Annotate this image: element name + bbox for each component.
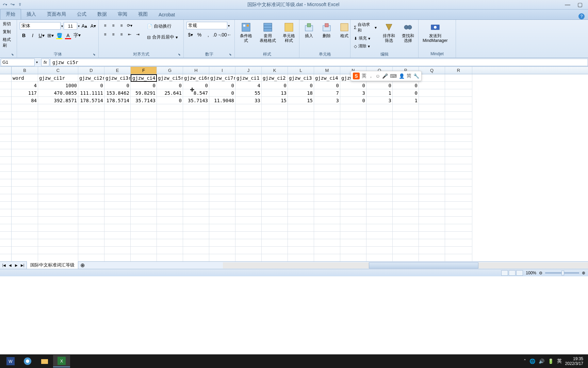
cell[interactable] bbox=[340, 157, 366, 164]
cell[interactable] bbox=[38, 149, 78, 157]
cell[interactable] bbox=[183, 127, 209, 134]
underline-button[interactable]: U▾ bbox=[37, 31, 46, 40]
align-center-button[interactable]: ≡ bbox=[110, 31, 117, 38]
cell[interactable]: 25.641 bbox=[157, 89, 183, 97]
cell[interactable] bbox=[235, 157, 262, 164]
cell[interactable] bbox=[419, 247, 445, 254]
cell[interactable] bbox=[157, 172, 183, 179]
cell[interactable] bbox=[366, 112, 393, 119]
help-icon[interactable]: ? bbox=[578, 13, 585, 19]
col-header-D[interactable]: D bbox=[78, 67, 104, 74]
cell[interactable] bbox=[366, 232, 393, 239]
cell[interactable] bbox=[157, 104, 183, 112]
cell[interactable] bbox=[314, 127, 340, 134]
cell[interactable] bbox=[78, 224, 104, 232]
select-all-corner[interactable] bbox=[0, 67, 12, 74]
col-header-R[interactable]: R bbox=[445, 67, 472, 74]
cell[interactable]: 0 bbox=[393, 89, 419, 97]
cell[interactable] bbox=[393, 194, 419, 202]
cell[interactable] bbox=[235, 254, 262, 261]
cell[interactable] bbox=[288, 247, 314, 254]
cell[interactable] bbox=[131, 172, 157, 179]
cell[interactable] bbox=[78, 209, 104, 217]
cell[interactable] bbox=[78, 134, 104, 142]
cell[interactable] bbox=[419, 224, 445, 232]
cell[interactable]: 1000 bbox=[38, 82, 78, 89]
cell[interactable]: 35.7143 bbox=[131, 97, 157, 104]
cell[interactable] bbox=[38, 217, 78, 224]
cell[interactable] bbox=[235, 247, 262, 254]
cell[interactable]: 153.8462 bbox=[104, 89, 131, 97]
cell[interactable] bbox=[314, 164, 340, 172]
cell[interactable] bbox=[104, 247, 131, 254]
align-middle-button[interactable]: ≡ bbox=[110, 22, 117, 29]
cell[interactable]: gjzw_ci1 bbox=[235, 74, 262, 82]
cell[interactable]: gjzw_ci3 bbox=[288, 74, 314, 82]
zoom-out-button[interactable]: ⊖ bbox=[539, 271, 542, 275]
cell[interactable] bbox=[419, 97, 445, 104]
cell[interactable] bbox=[445, 254, 472, 261]
cell[interactable] bbox=[104, 224, 131, 232]
cell[interactable] bbox=[340, 142, 366, 149]
cell[interactable] bbox=[262, 119, 288, 127]
cell[interactable] bbox=[235, 104, 262, 112]
cell[interactable]: gjzw_ci7r bbox=[209, 74, 235, 82]
cell[interactable] bbox=[131, 119, 157, 127]
decrease-decimal-button[interactable]: .00← bbox=[222, 31, 230, 39]
cell[interactable] bbox=[288, 194, 314, 202]
cell[interactable] bbox=[209, 179, 235, 187]
ime-punct[interactable]: ， bbox=[369, 73, 373, 79]
tray-clock[interactable]: 19:35 2022/3/17 bbox=[565, 356, 583, 366]
cell[interactable]: gjzw_ci5r bbox=[157, 74, 183, 82]
cell[interactable] bbox=[131, 187, 157, 194]
send-to-mindmanager-button[interactable]: 发送到 MindManager bbox=[420, 20, 450, 45]
cell[interactable] bbox=[235, 209, 262, 217]
ime-simp[interactable]: 简 bbox=[407, 73, 411, 79]
cell[interactable] bbox=[183, 224, 209, 232]
col-header-E[interactable]: E bbox=[104, 67, 131, 74]
cell[interactable] bbox=[38, 142, 78, 149]
cell[interactable] bbox=[104, 149, 131, 157]
cell[interactable] bbox=[314, 142, 340, 149]
cell[interactable] bbox=[262, 224, 288, 232]
comma-button[interactable]: , bbox=[204, 31, 212, 39]
cell[interactable] bbox=[235, 232, 262, 239]
tab-review[interactable]: 审阅 bbox=[112, 9, 133, 19]
ime-keyboard-icon[interactable]: ⌨ bbox=[390, 73, 397, 79]
cell[interactable] bbox=[131, 127, 157, 134]
col-header-J[interactable]: J bbox=[235, 67, 262, 74]
cell[interactable]: 3 bbox=[340, 89, 366, 97]
percent-button[interactable]: % bbox=[195, 31, 203, 39]
cell[interactable] bbox=[183, 157, 209, 164]
cell[interactable] bbox=[445, 217, 472, 224]
font-launcher[interactable]: ⬊ bbox=[92, 53, 96, 57]
clipboard-launcher[interactable]: ⬊ bbox=[11, 53, 15, 57]
cell[interactable] bbox=[288, 119, 314, 127]
cell[interactable] bbox=[209, 119, 235, 127]
ime-user-icon[interactable]: 👤 bbox=[399, 73, 405, 79]
cell[interactable] bbox=[288, 254, 314, 261]
cell[interactable] bbox=[366, 127, 393, 134]
cell[interactable] bbox=[209, 104, 235, 112]
cell[interactable] bbox=[366, 157, 393, 164]
cell[interactable] bbox=[157, 164, 183, 172]
cell[interactable] bbox=[419, 157, 445, 164]
cell[interactable] bbox=[12, 134, 38, 142]
cell[interactable] bbox=[445, 172, 472, 179]
zoom-slider[interactable] bbox=[545, 272, 579, 274]
cell[interactable]: 4 bbox=[235, 82, 262, 89]
cell[interactable]: 1 bbox=[366, 89, 393, 97]
cell[interactable] bbox=[131, 217, 157, 224]
cell[interactable] bbox=[393, 127, 419, 134]
cell[interactable]: 11.9048 bbox=[209, 97, 235, 104]
cell[interactable] bbox=[419, 172, 445, 179]
cell[interactable] bbox=[340, 217, 366, 224]
cell[interactable] bbox=[262, 194, 288, 202]
cell[interactable] bbox=[78, 239, 104, 247]
cell[interactable]: 0 bbox=[131, 82, 157, 89]
cell[interactable] bbox=[314, 209, 340, 217]
font-size-select[interactable] bbox=[64, 22, 77, 30]
cell[interactable] bbox=[393, 164, 419, 172]
cell[interactable] bbox=[262, 172, 288, 179]
cell[interactable] bbox=[288, 104, 314, 112]
